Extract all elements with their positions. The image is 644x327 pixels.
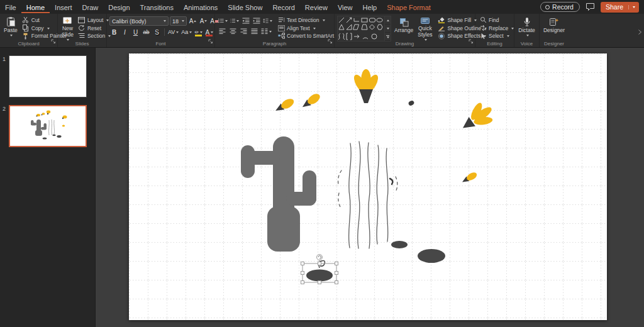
rock-large[interactable] xyxy=(418,249,445,263)
highlight-color-button[interactable]: ✏ xyxy=(194,28,203,36)
paste-button[interactable]: Paste xyxy=(3,16,19,40)
shape-gallery-shapes[interactable] xyxy=(338,16,384,40)
new-slide-icon xyxy=(62,16,72,25)
strikethrough-button[interactable]: ab xyxy=(142,28,151,36)
font-size-combo[interactable]: 18 xyxy=(170,16,187,26)
group-paragraph: Text Direction Align Text Convert to Sma… xyxy=(215,14,335,47)
align-left-button[interactable] xyxy=(218,27,227,36)
tab-draw[interactable]: Draw xyxy=(77,1,104,13)
tab-transitions[interactable]: Transitions xyxy=(135,1,179,13)
rock-small[interactable] xyxy=(391,241,408,248)
group-slides: New Slide Layout Reset xyxy=(58,14,107,47)
grow-font-button[interactable]: A xyxy=(188,17,197,26)
justify-button[interactable] xyxy=(250,27,259,36)
select-button[interactable]: Select xyxy=(478,32,515,40)
ribbon-overflow-chevron[interactable] xyxy=(638,26,642,38)
group-voice: Dictate Voice xyxy=(514,14,540,47)
slide-thumbnail-panel: 1 2 xyxy=(0,48,96,327)
tab-record[interactable]: Record xyxy=(267,1,299,13)
tab-design[interactable]: Design xyxy=(103,1,135,13)
align-text-icon xyxy=(277,25,285,31)
new-slide-button[interactable]: New Slide xyxy=(60,16,75,40)
find-button[interactable]: Find xyxy=(478,16,515,24)
tab-help[interactable]: Help xyxy=(358,1,382,13)
columns-button[interactable] xyxy=(260,27,272,36)
tab-insert[interactable]: Insert xyxy=(50,1,77,13)
align-center-button[interactable] xyxy=(228,27,238,36)
group-clipboard: Paste Cut Copy xyxy=(0,14,58,47)
line-spacing-button[interactable] xyxy=(262,16,273,25)
bold-button[interactable]: B xyxy=(109,28,119,36)
shape-gallery-scrollbar[interactable] xyxy=(384,16,391,41)
selection-handle[interactable] xyxy=(301,262,304,265)
italic-button[interactable]: I xyxy=(120,28,130,36)
tab-animations[interactable]: Animations xyxy=(179,1,223,13)
selection-handle[interactable] xyxy=(301,272,304,275)
text-direction-button[interactable]: Text Direction xyxy=(276,16,341,24)
shrink-font-button[interactable]: A xyxy=(199,17,208,26)
font-dialog-launcher[interactable] xyxy=(208,35,213,47)
slide-surface[interactable] xyxy=(129,53,607,320)
comment-icon[interactable] xyxy=(586,3,595,11)
quick-styles-icon xyxy=(420,16,430,25)
selection-handle[interactable] xyxy=(335,281,338,284)
slide-content xyxy=(129,53,607,320)
increase-indent-button[interactable] xyxy=(252,16,261,25)
reset-icon xyxy=(78,25,86,31)
decrease-indent-button[interactable] xyxy=(241,16,250,25)
layout-icon xyxy=(78,16,86,23)
selection-handle[interactable] xyxy=(318,281,321,284)
character-spacing-button[interactable]: AV xyxy=(167,28,179,36)
replace-icon xyxy=(479,25,487,31)
tab-file[interactable]: File xyxy=(0,1,21,13)
replace-button[interactable]: Replace xyxy=(478,25,515,32)
record-button-label: Record xyxy=(552,3,574,11)
text-shadow-button[interactable]: S xyxy=(152,28,162,36)
paste-icon xyxy=(6,16,16,27)
selection-handle[interactable] xyxy=(318,262,321,265)
powerpoint-window: File Home Insert Draw Design Transitions… xyxy=(0,0,644,327)
find-icon xyxy=(479,16,487,23)
selection-handle[interactable] xyxy=(335,272,338,275)
tab-view[interactable]: View xyxy=(333,1,358,13)
tab-review[interactable]: Review xyxy=(300,1,333,13)
tab-shape-format[interactable]: Shape Format xyxy=(382,1,436,13)
quick-styles-button[interactable]: Quick Styles xyxy=(416,16,433,40)
slide-2-thumbnail-preview xyxy=(10,106,86,146)
selection-handle[interactable] xyxy=(335,262,338,265)
shape-gallery[interactable] xyxy=(337,16,391,42)
gallery-scroll-up[interactable] xyxy=(385,16,391,25)
share-button[interactable]: Share xyxy=(601,2,639,13)
gallery-scroll-down[interactable] xyxy=(385,25,391,33)
slide-editing-canvas[interactable] xyxy=(96,48,644,327)
titlebar-actions: Record Share xyxy=(540,2,644,13)
bullets-button[interactable] xyxy=(218,16,228,25)
rotation-handle[interactable] xyxy=(317,255,323,260)
change-case-button[interactable]: Aa xyxy=(180,28,192,36)
scissors-icon xyxy=(22,16,30,23)
dictate-button[interactable]: Dictate xyxy=(517,16,536,40)
gallery-more-button[interactable] xyxy=(385,33,391,41)
align-text-button[interactable]: Align Text xyxy=(276,25,341,32)
share-dropdown[interactable] xyxy=(628,5,639,9)
select-cursor-icon xyxy=(479,33,487,40)
underline-button[interactable]: U xyxy=(131,28,140,36)
smartart-icon xyxy=(277,33,285,40)
clipboard-dialog-launcher[interactable] xyxy=(51,35,56,47)
paragraph-dialog-launcher[interactable] xyxy=(328,35,333,47)
slide-2-thumbnail[interactable] xyxy=(9,105,87,147)
font-name-combo[interactable]: Calibri (Body) xyxy=(109,16,169,26)
numbering-button[interactable] xyxy=(230,16,240,25)
shape-fill-icon xyxy=(438,16,445,23)
selection-handle[interactable] xyxy=(301,281,304,284)
slide-1-thumbnail[interactable] xyxy=(9,55,87,97)
designer-button[interactable]: Designer xyxy=(542,16,566,40)
section-icon xyxy=(78,33,86,40)
tab-slide-show[interactable]: Slide Show xyxy=(223,1,267,13)
record-button[interactable]: Record xyxy=(540,2,580,12)
slide-1-number: 1 xyxy=(3,56,6,62)
align-right-button[interactable] xyxy=(239,27,248,36)
drawing-dialog-launcher[interactable] xyxy=(469,35,474,47)
tab-home[interactable]: Home xyxy=(21,1,50,13)
arrange-button[interactable]: Arrange xyxy=(393,16,414,40)
